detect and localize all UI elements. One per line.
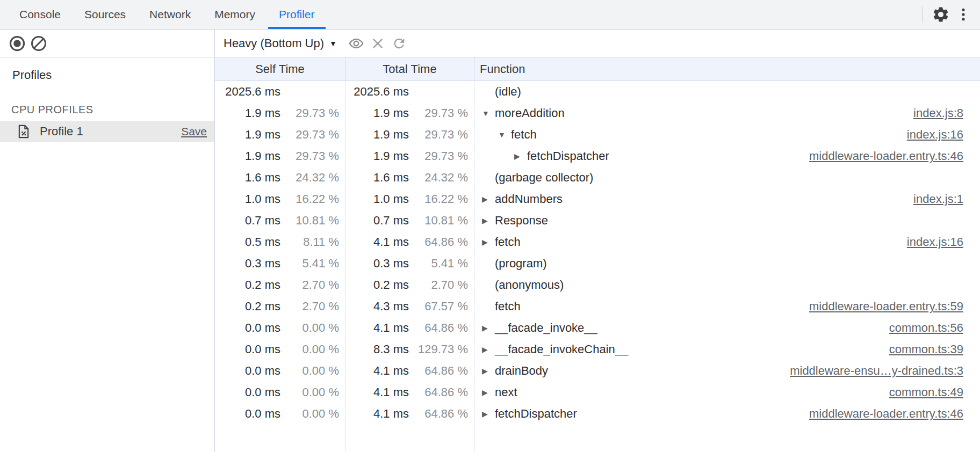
tab-console[interactable]: Console (8, 0, 73, 29)
clear-button[interactable] (28, 33, 49, 54)
self-time-ms: 0.3 ms (219, 257, 280, 271)
function-cell: ▶ fetchDispatcher middleware-loader.entr… (474, 403, 980, 425)
function-name: __facade_invokeChain__ (495, 342, 628, 356)
source-location-link[interactable]: index.js:8 (913, 106, 980, 120)
function-name: (garbage collector) (495, 171, 593, 185)
expand-arrow-icon[interactable]: ▶ (482, 195, 495, 203)
source-location-link[interactable]: middleware-loader.entry.ts:46 (809, 407, 980, 421)
self-time-cell: 0.0 ms 0.00 % (215, 339, 345, 360)
total-time-cell: 4.1 ms 64.86 % (345, 231, 474, 253)
total-time-percent: 24.32 % (409, 171, 474, 185)
self-time-ms: 1.6 ms (219, 171, 280, 185)
more-options-button[interactable] (952, 3, 975, 26)
table-row[interactable]: 1.9 ms 29.73 % 1.9 ms 29.73 % ▶ fetchDis… (215, 145, 980, 167)
table-row[interactable]: 1.6 ms 24.32 % 1.6 ms 24.32 % (garbage c… (215, 167, 980, 188)
self-time-ms: 1.9 ms (219, 128, 280, 142)
self-time-cell: 1.9 ms 29.73 % (215, 145, 345, 167)
total-time-cell: 0.3 ms 5.41 % (345, 253, 474, 274)
function-cell: (program) (474, 253, 980, 274)
source-location-link[interactable]: middleware-loader.entry.ts:46 (809, 149, 980, 163)
table-row[interactable]: 0.2 ms 2.70 % 0.2 ms 2.70 % (anonymous) (215, 274, 980, 296)
self-time-percent: 2.70 % (280, 278, 345, 292)
function-name: drainBody (495, 364, 548, 378)
record-button[interactable] (6, 33, 28, 54)
view-mode-select[interactable]: Heavy (Bottom Up) ▼ (224, 37, 337, 50)
sidebar-item-profile-1[interactable]: Profile 1 Save (0, 121, 214, 142)
tab-profiler[interactable]: Profiler (267, 0, 327, 29)
self-time-cell: 0.3 ms 5.41 % (215, 253, 345, 274)
function-name: fetch (495, 235, 521, 249)
expand-arrow-icon[interactable]: ▼ (482, 109, 495, 118)
source-location-link[interactable]: common.ts:39 (889, 342, 980, 356)
source-location-link[interactable]: common.ts:49 (889, 385, 980, 399)
total-time-percent: 129.73 % (409, 342, 474, 356)
exclude-function-button[interactable] (367, 33, 388, 54)
total-time-cell: 1.0 ms 16.22 % (345, 188, 474, 210)
save-profile-link[interactable]: Save (181, 125, 207, 138)
table-row[interactable]: 0.2 ms 2.70 % 4.3 ms 67.57 % fetch middl… (215, 296, 980, 317)
function-name: next (495, 385, 517, 399)
total-time-cell: 4.1 ms 64.86 % (345, 317, 474, 339)
self-time-cell: 1.0 ms 16.22 % (215, 188, 345, 210)
grid-body: 2025.6 ms 2025.6 ms (idle) 1.9 ms (215, 81, 980, 425)
source-location-link[interactable]: middleware-ensu…y-drained.ts:3 (790, 364, 980, 378)
self-time-percent: 29.73 % (280, 149, 345, 163)
table-row[interactable]: 0.0 ms 0.00 % 8.3 ms 129.73 % ▶ __facade… (215, 339, 980, 360)
tab-memory[interactable]: Memory (203, 0, 267, 29)
column-header-function[interactable]: Function (474, 57, 980, 81)
expand-arrow-icon[interactable]: ▶ (514, 152, 527, 161)
kebab-menu-icon (955, 6, 971, 23)
source-location-link[interactable]: index.js:1 (913, 192, 980, 206)
total-time-ms: 1.0 ms (350, 192, 409, 206)
self-time-ms: 1.9 ms (219, 149, 280, 163)
devtools-window: ConsoleSourcesNetworkMemoryProfiler (0, 0, 980, 452)
expand-arrow-icon[interactable]: ▶ (482, 410, 495, 418)
expand-arrow-icon[interactable]: ▶ (482, 324, 495, 332)
eye-icon (348, 35, 364, 52)
table-row[interactable]: 1.9 ms 29.73 % 1.9 ms 29.73 % ▼ fetch in… (215, 124, 980, 145)
expand-arrow-icon[interactable]: ▶ (482, 367, 495, 375)
table-row[interactable]: 1.9 ms 29.73 % 1.9 ms 29.73 % ▼ moreAddi… (215, 103, 980, 124)
total-time-cell: 4.1 ms 64.86 % (345, 360, 474, 382)
table-row[interactable]: 2025.6 ms 2025.6 ms (idle) (215, 81, 980, 103)
function-cell: ▶ addNumbers index.js:1 (474, 188, 980, 210)
settings-button[interactable] (929, 3, 952, 26)
table-row[interactable]: 0.7 ms 10.81 % 0.7 ms 10.81 % ▶ Response (215, 210, 980, 231)
view-controls: Heavy (Bottom Up) ▼ (215, 30, 980, 57)
column-header-total-time[interactable]: Total Time (345, 57, 474, 81)
self-time-ms: 2025.6 ms (219, 85, 280, 99)
table-row[interactable]: 0.0 ms 0.00 % 4.1 ms 64.86 % ▶ next comm… (215, 382, 980, 403)
refresh-button[interactable] (388, 33, 410, 54)
table-row[interactable]: 0.0 ms 0.00 % 4.1 ms 64.86 % ▶ fetchDisp… (215, 403, 980, 425)
source-location-link[interactable]: common.ts:56 (889, 321, 980, 335)
total-time-percent: 64.86 % (409, 321, 474, 335)
table-row[interactable]: 0.3 ms 5.41 % 0.3 ms 5.41 % (program) (215, 253, 980, 274)
total-time-ms: 4.1 ms (350, 235, 409, 249)
table-row[interactable]: 1.0 ms 16.22 % 1.0 ms 16.22 % ▶ addNumbe… (215, 188, 980, 210)
function-name: addNumbers (495, 192, 563, 206)
total-time-cell: 4.1 ms 64.86 % (345, 382, 474, 403)
function-cell: (garbage collector) (474, 167, 980, 188)
total-time-ms: 0.7 ms (350, 214, 409, 228)
expand-arrow-icon[interactable]: ▼ (498, 130, 511, 139)
total-time-ms: 1.9 ms (350, 149, 409, 163)
column-header-self-time[interactable]: Self Time (215, 57, 345, 81)
expand-arrow-icon[interactable]: ▶ (482, 216, 495, 225)
total-time-ms: 4.1 ms (350, 385, 409, 399)
source-location-link[interactable]: index.js:16 (907, 235, 980, 249)
grid-header: Self Time Total Time Function (215, 57, 980, 81)
tab-sources[interactable]: Sources (73, 0, 138, 29)
table-row[interactable]: 0.5 ms 8.11 % 4.1 ms 64.86 % ▶ fetch ind… (215, 231, 980, 253)
function-cell: ▶ __facade_invoke__ common.ts:56 (474, 317, 980, 339)
focus-function-button[interactable] (345, 33, 367, 54)
expand-arrow-icon[interactable]: ▶ (482, 238, 495, 246)
expand-arrow-icon[interactable]: ▶ (482, 345, 495, 354)
refresh-icon (392, 36, 407, 51)
total-time-percent: 64.86 % (409, 235, 474, 249)
source-location-link[interactable]: middleware-loader.entry.ts:59 (809, 300, 980, 314)
tab-network[interactable]: Network (138, 0, 203, 29)
expand-arrow-icon[interactable]: ▶ (482, 388, 495, 397)
source-location-link[interactable]: index.js:16 (907, 128, 980, 142)
table-row[interactable]: 0.0 ms 0.00 % 4.1 ms 64.86 % ▶ drainBody… (215, 360, 980, 382)
table-row[interactable]: 0.0 ms 0.00 % 4.1 ms 64.86 % ▶ __facade_… (215, 317, 980, 339)
